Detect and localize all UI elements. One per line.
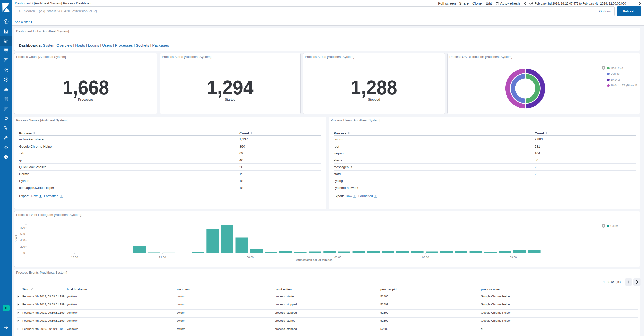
svg-text:09:00: 09:00 [510,256,517,259]
svg-text:400: 400 [20,239,25,242]
svg-text:600: 600 [20,232,25,235]
svg-text:0: 0 [23,251,25,254]
svg-text:800: 800 [20,226,25,229]
svg-text:200: 200 [20,245,25,248]
svg-text:06:00: 06:00 [422,256,429,259]
svg-text:Count: Count [15,235,18,242]
svg-text:21:00: 21:00 [159,256,166,259]
svg-text:00:00: 00:00 [247,256,254,259]
svg-text:@timestamp per 30 minutes: @timestamp per 30 minutes [296,258,332,261]
svg-text:03:00: 03:00 [334,256,341,259]
svg-text:18:00: 18:00 [71,256,78,259]
